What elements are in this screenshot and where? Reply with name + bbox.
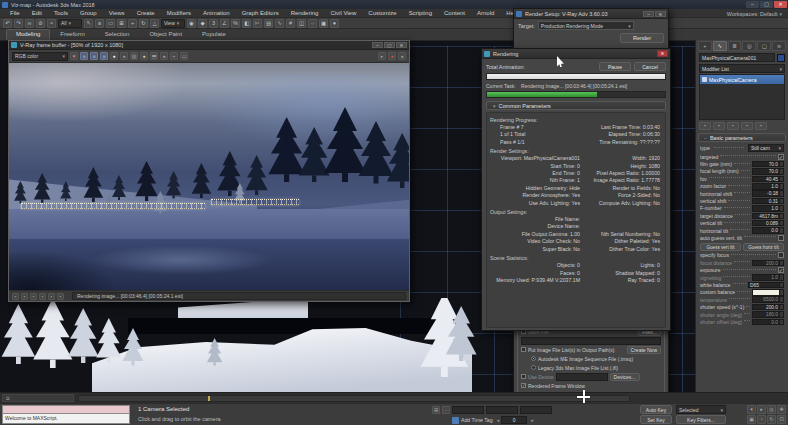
menu-item[interactable]: Content — [438, 10, 471, 16]
cancel-button[interactable]: Cancel — [634, 62, 666, 71]
vfb-toolbar-icon[interactable]: ▸ — [378, 52, 386, 60]
vfb-toolbar-icon[interactable]: ■ — [90, 52, 98, 60]
camera-type-dropdown[interactable]: Still cam▾ — [748, 144, 784, 152]
menu-item[interactable]: Tools — [48, 10, 74, 16]
param-control[interactable]: 70.0 — [752, 168, 784, 175]
ribbon-tab[interactable]: Object Paint — [139, 29, 192, 40]
vfb-minimize-button[interactable]: – — [372, 42, 383, 48]
vfb-toolbar-icon[interactable]: ● — [388, 52, 396, 60]
maximize-viewport-icon[interactable]: ⊡ — [777, 415, 786, 424]
menu-item[interactable]: Create — [131, 10, 161, 16]
param-control[interactable]: 0.0 — [752, 227, 784, 234]
target-dropdown[interactable]: Production Rendering Mode▾ — [538, 21, 634, 30]
coord-system-dropdown[interactable]: View▾ — [161, 19, 185, 28]
workspaces-dropdown[interactable]: Workspaces: Default▾ — [727, 9, 782, 18]
param-control[interactable]: 0.31 — [752, 198, 784, 205]
vfb-bottom-icon[interactable]: ▪ — [21, 293, 28, 300]
toolbar-icon[interactable]: ≡ — [95, 19, 104, 28]
vfb-close-button[interactable]: ✕ — [396, 42, 407, 48]
param-control[interactable]: 0.089 — [752, 220, 784, 227]
toolbar-icon[interactable]: ☼ — [308, 19, 317, 28]
ribbon-tab[interactable]: Modeling — [6, 29, 50, 40]
y-coordinate-field[interactable] — [486, 406, 518, 414]
ribbon-tab[interactable]: Selection — [95, 29, 140, 40]
param-control[interactable]: 1.0 — [752, 183, 784, 190]
selection-set-dropdown[interactable]: Selected▾ — [676, 405, 726, 414]
current-frame-field[interactable]: 0 — [501, 416, 527, 424]
stack-tool-icon[interactable]: ▪ — [741, 122, 753, 130]
param-control[interactable]: ✓ — [778, 154, 784, 160]
vfb-toolbar-icon[interactable]: ♥ — [70, 52, 78, 60]
stack-tool-icon[interactable]: ▪ — [727, 122, 739, 130]
stack-tool-icon[interactable]: ▪ — [713, 122, 725, 130]
guess-horiz-tilt-button[interactable]: Guess horiz tilt — [743, 243, 784, 251]
toolbar-icon[interactable]: ↶ — [3, 19, 12, 28]
toolbar-icon[interactable]: 3 — [209, 19, 218, 28]
stack-item-camera[interactable]: MaxPhysicalCamera — [700, 75, 784, 84]
object-color-swatch[interactable] — [777, 54, 785, 62]
param-control[interactable]: -0.18 — [752, 190, 784, 197]
toolbar-icon[interactable]: # — [286, 19, 295, 28]
param-control[interactable]: 4617.8m — [752, 213, 784, 220]
basic-parameters-rollout[interactable]: −Basic parameters — [698, 133, 786, 142]
toolbar-icon[interactable]: ↖ — [84, 19, 93, 28]
object-name-field[interactable]: MaxPhysicalCamera001 — [699, 53, 775, 62]
maxscript-mini-listener[interactable]: Welcome to MAXScript. — [2, 405, 130, 424]
toolbar-icon[interactable]: ≈ — [47, 19, 56, 28]
device-field[interactable] — [556, 373, 608, 381]
toolbar-icon[interactable]: ◆ — [198, 19, 207, 28]
vfb-toolbar-icon[interactable]: + — [170, 52, 178, 60]
close-button[interactable]: ✕ — [774, 1, 787, 8]
menu-item[interactable]: Views — [103, 10, 131, 16]
toolbar-icon[interactable]: ∿ — [275, 19, 284, 28]
common-parameters-rollout[interactable]: ▾Common Parameters — [486, 101, 666, 110]
devices-button[interactable]: Devices... — [610, 373, 640, 381]
menu-item[interactable]: Customize — [362, 10, 402, 16]
minimize-button[interactable]: – — [746, 1, 759, 8]
use-device-checkbox[interactable] — [521, 374, 526, 379]
vfb-toolbar-icon[interactable]: ● — [398, 52, 406, 60]
toolbar-icon[interactable]: ◉ — [187, 19, 196, 28]
vfb-channel-dropdown[interactable]: RGB color▾ — [12, 52, 68, 61]
guess-vert-tilt-button[interactable]: Guess vert tilt — [700, 243, 741, 251]
z-coordinate-field[interactable] — [520, 406, 552, 414]
menu-item[interactable]: Modifiers — [161, 10, 197, 16]
param-control[interactable]: 0.0 — [752, 319, 784, 326]
toolbar-icon[interactable]: + — [128, 19, 137, 28]
vfb-toolbar-icon[interactable]: ▧ — [130, 52, 138, 60]
rendering-dialog-title-bar[interactable]: Rendering ✕ — [482, 49, 670, 59]
add-time-tag[interactable]: Add Time Tag — [461, 417, 493, 423]
vfb-toolbar-icon[interactable]: ● — [160, 52, 168, 60]
toolbar-icon[interactable]: ⊞ — [117, 19, 126, 28]
toolbar-icon[interactable]: ▤ — [264, 19, 273, 28]
toolbar-icon[interactable]: ▭ — [106, 19, 115, 28]
param-control[interactable]: 180.0 — [752, 311, 784, 318]
rendering-dialog[interactable]: Rendering ✕ Total Animation: Pause Cance… — [481, 48, 671, 331]
param-control[interactable]: 200.0 — [752, 260, 784, 267]
render-setup-minimize-button[interactable]: – — [643, 11, 654, 17]
menu-item[interactable]: Graph Editors — [236, 10, 285, 16]
param-control[interactable]: 1.0 — [752, 205, 784, 212]
param-control[interactable]: D65 — [748, 282, 784, 289]
stack-tool-icon[interactable]: ▪ — [699, 122, 711, 130]
legacy-ifl-radio[interactable] — [531, 365, 536, 370]
menu-item[interactable]: Rendering — [285, 10, 325, 16]
modifier-stack[interactable]: MaxPhysicalCamera — [699, 74, 785, 120]
maximize-button[interactable]: ▢ — [760, 1, 773, 8]
set-key-button[interactable]: Set Key — [640, 415, 672, 424]
x-coordinate-field[interactable] — [452, 406, 484, 414]
param-control[interactable]: 70.0 — [752, 161, 784, 168]
command-panel-tab[interactable]: + — [698, 41, 712, 51]
ribbon-tab[interactable]: Populate — [192, 29, 236, 40]
track-bar[interactable] — [78, 395, 630, 402]
grid-snap-icon[interactable]: ⊞ — [432, 406, 440, 414]
vfb-bottom-icon[interactable]: ▪ — [48, 293, 55, 300]
menu-item[interactable]: Group — [74, 10, 103, 16]
orbit-icon[interactable]: ↻ — [767, 415, 776, 424]
param-control[interactable]: 6500.0 — [752, 296, 784, 303]
time-slider-tick[interactable] — [208, 396, 210, 401]
create-now-button[interactable]: Create Now — [627, 346, 661, 354]
vfb-toolbar-icon[interactable]: ■ — [80, 52, 88, 60]
vfb-bottom-icon[interactable]: ▪ — [57, 293, 64, 300]
render-setup-close-button[interactable]: ✕ — [655, 11, 666, 17]
